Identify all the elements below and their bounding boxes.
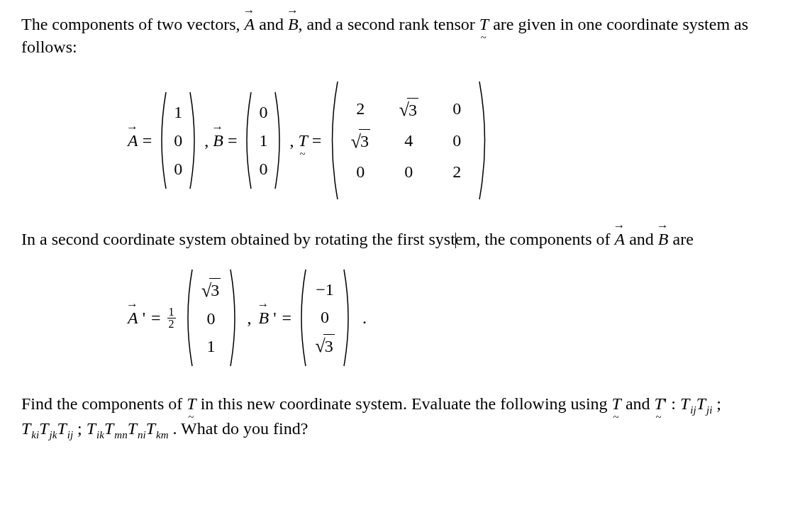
cell: 0 (257, 101, 270, 123)
text: Find the components of (21, 394, 187, 413)
invariant-3: TikTmnTniTkm (87, 419, 169, 438)
matrix-B-prime: −1 0 √3 (296, 268, 354, 367)
right-paren (343, 268, 354, 367)
cell: √3 (347, 129, 374, 154)
tensor-T-symbol: T (479, 13, 489, 35)
cell: 0 (395, 160, 422, 183)
vector-B-symbol: B (213, 129, 223, 152)
cell: 1 (172, 101, 184, 123)
fraction-half: 1 2 (167, 306, 176, 330)
right-paren (477, 80, 491, 201)
matrix-body: 1 0 0 (167, 91, 189, 190)
equals: = (143, 129, 152, 152)
equals: = (312, 129, 322, 152)
equation-block-2: A' = 1 2 √3 0 1 , B' = −1 0 √3 . (128, 268, 772, 367)
vector-A-symbol: A (128, 129, 138, 152)
vector-B-symbol: B (259, 306, 270, 329)
cell: 0 (311, 306, 338, 328)
cell: 1 (198, 335, 225, 358)
text: in this new coordinate system. Evaluate … (196, 394, 612, 413)
right-paren (189, 91, 200, 190)
cell: 2 (443, 160, 470, 183)
cell: 0 (172, 157, 184, 180)
text: In a second coordinate system obtained b… (21, 230, 455, 248)
paragraph-3: Find the components of T in this new coo… (21, 392, 772, 442)
tensor-T-symbol: T (298, 129, 307, 152)
matrix-B: 0 1 0 (241, 91, 285, 190)
cell: 0 (257, 157, 270, 180)
left-paren (326, 80, 340, 201)
tensor-T-symbol: T (187, 392, 196, 415)
cell: 0 (443, 129, 470, 154)
cell: 0 (198, 307, 225, 330)
left-paren (296, 268, 307, 367)
vector-A-symbol: A (128, 306, 138, 329)
matrix-body: 2 √3 0 √3 4 0 0 0 2 (340, 80, 477, 201)
numerator: 1 (167, 306, 176, 318)
prime: ' (143, 306, 145, 329)
cell: 0 (172, 129, 184, 152)
equals: = (228, 129, 238, 152)
matrix-A: 1 0 0 (156, 91, 200, 190)
text: are (668, 230, 693, 248)
left-paren (182, 268, 194, 367)
tensor-T-symbol: T (655, 392, 664, 415)
paragraph-2: In a second coordinate system obtained b… (21, 228, 772, 250)
tensor-T-symbol: T (612, 392, 621, 415)
equation-block-1: A = 1 0 0 , B = 0 1 0 , T = 2 √3 0 (128, 80, 772, 201)
left-paren (241, 91, 252, 190)
prime: ' (273, 306, 276, 329)
matrix-A-prime: √3 0 1 (182, 268, 240, 367)
equals: = (151, 306, 161, 329)
cell: 0 (347, 160, 374, 183)
cell: 4 (395, 129, 422, 154)
text: and (255, 15, 288, 33)
left-paren (156, 91, 167, 190)
text: and (625, 230, 658, 248)
separator: ; (73, 419, 87, 438)
separator: ; (712, 394, 721, 413)
paragraph-1: The components of two vectors, A and B, … (21, 13, 772, 59)
matrix-T: 2 √3 0 √3 4 0 0 0 2 (326, 80, 491, 201)
cell: √3 (198, 278, 225, 303)
vector-B-symbol: B (288, 13, 299, 35)
right-paren (274, 91, 285, 190)
denominator: 2 (169, 318, 174, 330)
period: . (362, 306, 367, 329)
text: em, the components of (455, 230, 615, 248)
equals: = (282, 306, 292, 329)
matrix-body: √3 0 1 (194, 268, 229, 367)
right-paren (229, 268, 240, 367)
comma: , (248, 306, 252, 329)
text: and (621, 394, 655, 413)
cell: √3 (395, 97, 422, 122)
cell: 0 (443, 97, 470, 122)
text: , and a second rank tensor (299, 15, 479, 33)
comma: , (204, 129, 209, 152)
vector-A-symbol: A (245, 13, 255, 35)
matrix-body: −1 0 √3 (307, 268, 343, 367)
text: The components of two vectors, (21, 15, 245, 33)
vector-A-symbol: A (614, 228, 625, 250)
vector-B-symbol: B (658, 228, 669, 250)
cell: 1 (257, 129, 270, 152)
cell: 2 (347, 97, 374, 122)
invariant-2: TkiTjkTij (21, 419, 73, 438)
comma: , (289, 129, 294, 152)
colon: : (667, 394, 680, 413)
cell: √3 (311, 333, 338, 358)
invariant-1: TijTji (680, 394, 712, 413)
matrix-body: 0 1 0 (252, 91, 274, 190)
cell: −1 (311, 278, 338, 301)
